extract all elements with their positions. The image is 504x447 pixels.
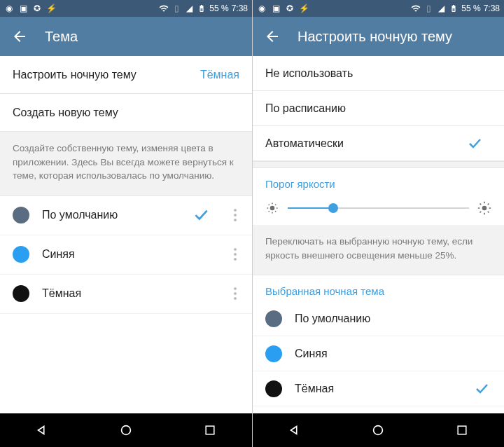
svg-rect-1 <box>206 426 214 434</box>
theme-row-dark[interactable]: Тёмная <box>0 275 252 314</box>
theme-swatch <box>265 345 282 362</box>
theme-swatch <box>13 246 29 263</box>
nav-home[interactable] <box>357 413 399 447</box>
battery-icon <box>197 4 206 13</box>
option-label: Автоматически <box>265 137 344 150</box>
notif-icon: ✪ <box>32 4 42 13</box>
theme-row-default[interactable]: По умолчанию <box>253 301 504 336</box>
overflow-icon[interactable] <box>224 242 246 266</box>
check-icon <box>466 135 484 153</box>
slider-track[interactable] <box>288 201 469 215</box>
back-icon[interactable] <box>11 28 28 45</box>
overflow-icon[interactable] <box>224 282 246 305</box>
brightness-high-icon <box>477 201 491 215</box>
row-label: Создать новую тему <box>13 106 118 119</box>
row-create-theme[interactable]: Создать новую тему <box>0 94 252 132</box>
sim-icon: ▯ <box>424 4 433 13</box>
theme-swatch <box>13 207 29 224</box>
clock: 7:38 <box>232 4 248 13</box>
brightness-slider[interactable] <box>253 194 504 225</box>
back-icon[interactable] <box>264 28 281 45</box>
theme-name: Тёмная <box>295 383 461 395</box>
wifi-icon <box>411 4 421 13</box>
brightness-low-icon <box>265 201 279 215</box>
app-bar: Тема <box>0 17 252 56</box>
info-text: Создайте собственную тему, изменяя цвета… <box>0 132 252 196</box>
page-title: Настроить ночную тему <box>298 29 452 45</box>
row-night-theme[interactable]: Настроить ночную тему Тёмная <box>0 56 252 94</box>
theme-row-dark[interactable]: Тёмная <box>253 371 504 406</box>
theme-swatch <box>265 310 282 327</box>
theme-name: Синяя <box>295 348 491 360</box>
theme-name: По умолчанию <box>42 209 179 221</box>
clock: 7:38 <box>484 4 500 13</box>
svg-point-4 <box>374 426 383 435</box>
bolt-icon: ⚡ <box>299 4 309 13</box>
nav-bar <box>0 413 252 447</box>
screen-theme: ◉ ▣ ✪ ⚡ ▯ ◢ 55 % 7:38 Тема Настроить но <box>0 0 252 447</box>
option-schedule[interactable]: По расписанию <box>253 91 504 126</box>
bolt-icon: ⚡ <box>46 4 56 13</box>
nav-home[interactable] <box>105 413 147 447</box>
nav-back[interactable] <box>21 413 63 447</box>
app-bar: Настроить ночную тему <box>253 17 504 56</box>
battery-text: 55 % <box>209 4 228 13</box>
row-label: Настроить ночную тему <box>13 69 136 81</box>
signal-icon: ◢ <box>436 4 446 13</box>
option-none[interactable]: Не использовать <box>253 56 504 91</box>
status-bar: ◉ ▣ ✪ ⚡ ▯ ◢ 55 % 7:38 <box>253 0 504 17</box>
option-auto[interactable]: Автоматически <box>253 126 504 161</box>
nav-recent[interactable] <box>441 413 483 447</box>
theme-name: Тёмная <box>42 287 211 300</box>
check-icon <box>473 380 491 398</box>
battery-text: 55 % <box>461 4 480 13</box>
page-title: Тема <box>45 29 78 45</box>
notif-icon: ◉ <box>4 4 14 13</box>
theme-swatch <box>265 380 282 397</box>
nav-bar <box>253 413 504 447</box>
screen-night-theme: ◉ ▣ ✪ ⚡ ▯ ◢ 55 % 7:38 Настроить ночную т… <box>252 0 504 447</box>
check-icon <box>192 205 211 225</box>
notif-icon: ◉ <box>257 4 267 13</box>
theme-row-blue[interactable]: Синяя <box>0 235 252 275</box>
row-value: Тёмная <box>200 69 239 81</box>
svg-rect-5 <box>458 426 466 434</box>
sim-icon: ▯ <box>172 4 181 13</box>
theme-row-default[interactable]: По умолчанию <box>0 196 252 235</box>
overflow-icon[interactable] <box>224 203 246 227</box>
svg-point-2 <box>271 207 274 210</box>
battery-icon <box>449 4 458 13</box>
status-bar: ◉ ▣ ✪ ⚡ ▯ ◢ 55 % 7:38 <box>0 0 252 17</box>
wifi-icon <box>159 4 169 13</box>
signal-icon: ◢ <box>184 4 194 13</box>
svg-point-0 <box>122 426 131 435</box>
theme-row-blue[interactable]: Синяя <box>253 336 504 371</box>
notif-icon: ▣ <box>18 4 28 13</box>
notif-icon: ✪ <box>285 4 295 13</box>
option-label: Не использовать <box>265 67 353 80</box>
divider <box>253 161 504 168</box>
option-label: По расписанию <box>265 102 346 115</box>
nav-recent[interactable] <box>189 413 231 447</box>
svg-point-3 <box>482 206 487 211</box>
brightness-hint: Переключать на выбранную ночную тему, ес… <box>253 225 504 275</box>
section-selected-theme: Выбранная ночная тема <box>253 275 504 301</box>
theme-name: Синяя <box>42 248 211 261</box>
nav-back[interactable] <box>274 413 316 447</box>
notif-icon: ▣ <box>271 4 281 13</box>
theme-name: По умолчанию <box>295 312 491 325</box>
section-brightness: Порог яркости <box>253 168 504 194</box>
theme-swatch <box>13 285 29 302</box>
